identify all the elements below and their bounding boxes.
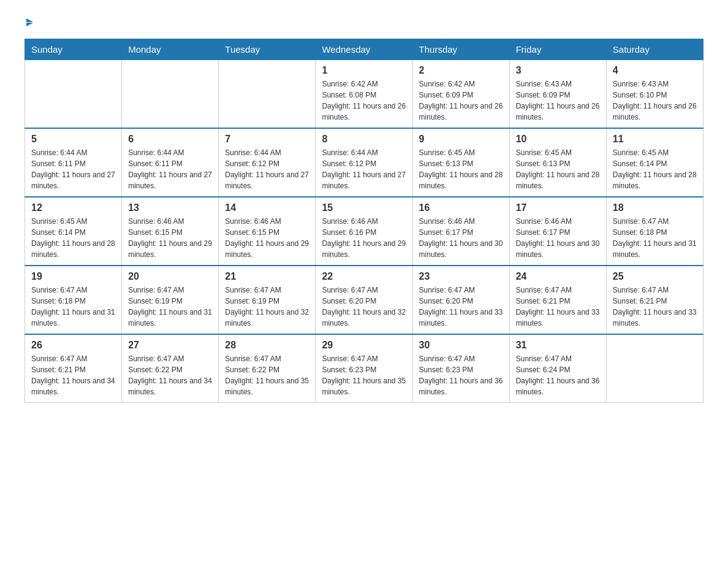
day-number: 6 (128, 134, 212, 145)
day-number: 9 (419, 134, 503, 145)
day-number: 15 (322, 202, 406, 213)
day-number: 8 (322, 134, 406, 145)
day-number: 7 (225, 134, 309, 145)
day-number: 21 (225, 271, 309, 282)
day-info: Sunrise: 6:44 AMSunset: 6:11 PMDaylight:… (128, 147, 212, 191)
calendar-cell (122, 60, 219, 129)
calendar-cell: 25Sunrise: 6:47 AMSunset: 6:21 PMDayligh… (606, 266, 703, 334)
day-header-sunday: Sunday (25, 39, 122, 60)
day-info: Sunrise: 6:46 AMSunset: 6:15 PMDaylight:… (128, 216, 212, 260)
calendar-cell: 7Sunrise: 6:44 AMSunset: 6:12 PMDaylight… (219, 128, 316, 197)
day-info: Sunrise: 6:45 AMSunset: 6:14 PMDaylight:… (613, 147, 697, 191)
page-header (25, 18, 703, 26)
calendar-cell: 14Sunrise: 6:46 AMSunset: 6:15 PMDayligh… (219, 197, 316, 266)
day-info: Sunrise: 6:47 AMSunset: 6:21 PMDaylight:… (31, 353, 115, 397)
day-header-wednesday: Wednesday (316, 39, 412, 60)
day-number: 28 (225, 340, 309, 351)
calendar-cell (25, 60, 122, 129)
calendar-body: 1Sunrise: 6:42 AMSunset: 6:08 PMDaylight… (25, 60, 703, 403)
calendar-cell: 2Sunrise: 6:42 AMSunset: 6:09 PMDaylight… (412, 60, 509, 129)
day-header-monday: Monday (122, 39, 219, 60)
day-number: 22 (322, 271, 406, 282)
day-info: Sunrise: 6:47 AMSunset: 6:18 PMDaylight:… (613, 216, 697, 260)
day-info: Sunrise: 6:46 AMSunset: 6:16 PMDaylight:… (322, 216, 406, 260)
day-info: Sunrise: 6:47 AMSunset: 6:23 PMDaylight:… (322, 353, 406, 397)
day-number: 18 (613, 202, 697, 213)
day-number: 17 (516, 202, 600, 213)
day-info: Sunrise: 6:47 AMSunset: 6:19 PMDaylight:… (225, 285, 309, 329)
day-info: Sunrise: 6:47 AMSunset: 6:23 PMDaylight:… (419, 353, 503, 397)
calendar-cell: 29Sunrise: 6:47 AMSunset: 6:23 PMDayligh… (316, 334, 412, 403)
calendar-cell: 15Sunrise: 6:46 AMSunset: 6:16 PMDayligh… (316, 197, 412, 266)
day-info: Sunrise: 6:43 AMSunset: 6:10 PMDaylight:… (613, 79, 697, 123)
day-info: Sunrise: 6:44 AMSunset: 6:12 PMDaylight:… (225, 147, 309, 191)
day-number: 24 (516, 271, 600, 282)
day-number: 30 (419, 340, 503, 351)
calendar-cell: 17Sunrise: 6:46 AMSunset: 6:17 PMDayligh… (509, 197, 606, 266)
day-info: Sunrise: 6:44 AMSunset: 6:12 PMDaylight:… (322, 147, 406, 191)
day-info: Sunrise: 6:42 AMSunset: 6:08 PMDaylight:… (322, 79, 406, 123)
day-number: 27 (128, 340, 212, 351)
day-header-saturday: Saturday (606, 39, 703, 60)
calendar-cell: 10Sunrise: 6:45 AMSunset: 6:13 PMDayligh… (509, 128, 606, 197)
day-number: 29 (322, 340, 406, 351)
week-row-1: 1Sunrise: 6:42 AMSunset: 6:08 PMDaylight… (25, 60, 703, 129)
calendar-cell: 30Sunrise: 6:47 AMSunset: 6:23 PMDayligh… (412, 334, 509, 403)
day-info: Sunrise: 6:47 AMSunset: 6:20 PMDaylight:… (419, 285, 503, 329)
calendar-cell: 28Sunrise: 6:47 AMSunset: 6:22 PMDayligh… (219, 334, 316, 403)
day-header-row: SundayMondayTuesdayWednesdayThursdayFrid… (25, 39, 703, 60)
week-row-2: 5Sunrise: 6:44 AMSunset: 6:11 PMDaylight… (25, 128, 703, 197)
day-info: Sunrise: 6:44 AMSunset: 6:11 PMDaylight:… (31, 147, 115, 191)
day-number: 19 (31, 271, 115, 282)
day-number: 12 (31, 202, 115, 213)
calendar-cell: 18Sunrise: 6:47 AMSunset: 6:18 PMDayligh… (606, 197, 703, 266)
day-number: 20 (128, 271, 212, 282)
day-number: 25 (613, 271, 697, 282)
day-number: 10 (516, 134, 600, 145)
day-number: 26 (31, 340, 115, 351)
calendar-header: SundayMondayTuesdayWednesdayThursdayFrid… (25, 39, 703, 60)
calendar-cell: 13Sunrise: 6:46 AMSunset: 6:15 PMDayligh… (122, 197, 219, 266)
calendar-cell: 27Sunrise: 6:47 AMSunset: 6:22 PMDayligh… (122, 334, 219, 403)
calendar-cell: 24Sunrise: 6:47 AMSunset: 6:21 PMDayligh… (509, 266, 606, 334)
calendar-cell: 23Sunrise: 6:47 AMSunset: 6:20 PMDayligh… (412, 266, 509, 334)
calendar-cell: 3Sunrise: 6:43 AMSunset: 6:09 PMDaylight… (509, 60, 606, 129)
calendar-cell: 6Sunrise: 6:44 AMSunset: 6:11 PMDaylight… (122, 128, 219, 197)
logo-icon (25, 18, 33, 26)
day-info: Sunrise: 6:47 AMSunset: 6:21 PMDaylight:… (516, 285, 600, 329)
day-info: Sunrise: 6:47 AMSunset: 6:18 PMDaylight:… (31, 285, 115, 329)
calendar-cell: 1Sunrise: 6:42 AMSunset: 6:08 PMDaylight… (316, 60, 412, 129)
calendar-cell: 12Sunrise: 6:45 AMSunset: 6:14 PMDayligh… (25, 197, 122, 266)
day-info: Sunrise: 6:46 AMSunset: 6:17 PMDaylight:… (419, 216, 503, 260)
calendar-cell: 8Sunrise: 6:44 AMSunset: 6:12 PMDaylight… (316, 128, 412, 197)
calendar-cell (219, 60, 316, 129)
day-info: Sunrise: 6:47 AMSunset: 6:22 PMDaylight:… (225, 353, 309, 397)
day-info: Sunrise: 6:43 AMSunset: 6:09 PMDaylight:… (516, 79, 600, 123)
calendar-cell: 20Sunrise: 6:47 AMSunset: 6:19 PMDayligh… (122, 266, 219, 334)
day-number: 5 (31, 134, 115, 145)
day-number: 16 (419, 202, 503, 213)
day-info: Sunrise: 6:46 AMSunset: 6:17 PMDaylight:… (516, 216, 600, 260)
calendar-cell (606, 334, 703, 403)
day-info: Sunrise: 6:47 AMSunset: 6:22 PMDaylight:… (128, 353, 212, 397)
week-row-3: 12Sunrise: 6:45 AMSunset: 6:14 PMDayligh… (25, 197, 703, 266)
day-info: Sunrise: 6:42 AMSunset: 6:09 PMDaylight:… (419, 79, 503, 123)
day-number: 1 (322, 65, 406, 76)
day-number: 2 (419, 65, 503, 76)
day-number: 4 (613, 65, 697, 76)
calendar-table: SundayMondayTuesdayWednesdayThursdayFrid… (25, 39, 703, 403)
day-number: 11 (613, 134, 697, 145)
week-row-4: 19Sunrise: 6:47 AMSunset: 6:18 PMDayligh… (25, 266, 703, 334)
day-number: 23 (419, 271, 503, 282)
day-info: Sunrise: 6:47 AMSunset: 6:19 PMDaylight:… (128, 285, 212, 329)
logo (25, 18, 33, 26)
day-info: Sunrise: 6:47 AMSunset: 6:24 PMDaylight:… (516, 353, 600, 397)
calendar-cell: 31Sunrise: 6:47 AMSunset: 6:24 PMDayligh… (509, 334, 606, 403)
day-info: Sunrise: 6:45 AMSunset: 6:13 PMDaylight:… (419, 147, 503, 191)
day-info: Sunrise: 6:47 AMSunset: 6:21 PMDaylight:… (613, 285, 697, 329)
day-header-tuesday: Tuesday (219, 39, 316, 60)
calendar-cell: 16Sunrise: 6:46 AMSunset: 6:17 PMDayligh… (412, 197, 509, 266)
calendar-cell: 11Sunrise: 6:45 AMSunset: 6:14 PMDayligh… (606, 128, 703, 197)
day-number: 3 (516, 65, 600, 76)
calendar-cell: 4Sunrise: 6:43 AMSunset: 6:10 PMDaylight… (606, 60, 703, 129)
